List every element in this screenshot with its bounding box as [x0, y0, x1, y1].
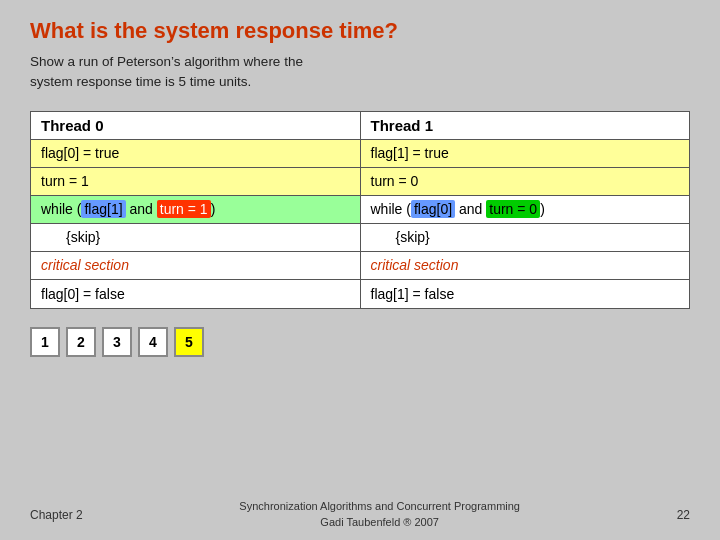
- thread1-row-1: flag[1] = true: [361, 140, 690, 168]
- thread0-column: Thread 0 flag[0] = true turn = 1 while (…: [31, 112, 361, 308]
- thread1-header: Thread 1: [361, 112, 690, 140]
- flag1-highlight: flag[1]: [81, 200, 125, 218]
- turn0-highlight: turn = 0: [486, 200, 540, 218]
- thread0-row-1: flag[0] = true: [31, 140, 360, 168]
- thread1-row-2: turn = 0: [361, 168, 690, 196]
- turn1-highlight: turn = 1: [157, 200, 211, 218]
- footer-chapter: Chapter 2: [30, 508, 83, 522]
- thread0-row-5: critical section: [31, 252, 360, 280]
- nav-item-1[interactable]: 1: [30, 327, 60, 357]
- thread1-row-4: {skip}: [361, 224, 690, 252]
- nav-item-4[interactable]: 4: [138, 327, 168, 357]
- thread0-row-6: flag[0] = false: [31, 280, 360, 308]
- navigation-row: 1 2 3 4 5: [30, 327, 690, 357]
- slide-subtitle: Show a run of Peterson’s algorithm where…: [30, 52, 690, 93]
- nav-item-3[interactable]: 3: [102, 327, 132, 357]
- slide-footer: Chapter 2 Synchronization Algorithms and…: [30, 499, 690, 530]
- thread0-row-3: while (flag[1] and turn = 1): [31, 196, 360, 224]
- thread0-row-2: turn = 1: [31, 168, 360, 196]
- slide-title: What is the system response time?: [30, 18, 690, 44]
- thread0-row-4: {skip}: [31, 224, 360, 252]
- nav-item-2[interactable]: 2: [66, 327, 96, 357]
- footer-page-number: 22: [677, 508, 690, 522]
- nav-item-5[interactable]: 5: [174, 327, 204, 357]
- footer-attribution: Synchronization Algorithms and Concurren…: [239, 499, 520, 530]
- slide: What is the system response time? Show a…: [0, 0, 720, 540]
- thread1-row-6: flag[1] = false: [361, 280, 690, 308]
- algorithm-table: Thread 0 flag[0] = true turn = 1 while (…: [30, 111, 690, 309]
- flag0-highlight: flag[0]: [411, 200, 455, 218]
- thread1-row-5: critical section: [361, 252, 690, 280]
- thread0-header: Thread 0: [31, 112, 360, 140]
- thread1-column: Thread 1 flag[1] = true turn = 0 while (…: [361, 112, 690, 308]
- thread1-row-3: while (flag[0] and turn = 0): [361, 196, 690, 224]
